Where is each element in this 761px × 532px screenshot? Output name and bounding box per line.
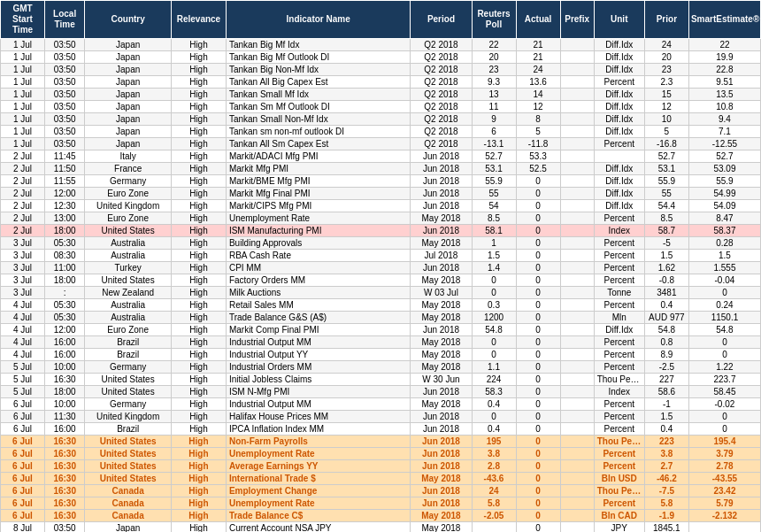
cell-relevance: High bbox=[171, 522, 226, 533]
cell-gmt: 3 Jul bbox=[1, 250, 45, 262]
cell-country: Canada bbox=[85, 485, 172, 497]
cell-period: Jun 2018 bbox=[411, 423, 472, 436]
cell-country: United Kingdom bbox=[85, 411, 172, 423]
cell-smart: 223.7 bbox=[688, 374, 760, 386]
cell-local: 03:50 bbox=[45, 126, 85, 138]
cell-prior: 0.4 bbox=[644, 299, 688, 312]
cell-country: Australia bbox=[85, 237, 172, 250]
cell-unit: Bln CAD bbox=[594, 510, 644, 522]
col-header-local: LocalTime bbox=[45, 1, 85, 39]
cell-relevance: High bbox=[171, 448, 226, 460]
cell-prior: 1.5 bbox=[644, 250, 688, 262]
cell-unit: Diff.Idx bbox=[594, 39, 644, 51]
cell-period: May 2018 bbox=[411, 274, 472, 287]
cell-local: 03:50 bbox=[45, 89, 85, 101]
cell-local: 16:00 bbox=[45, 349, 85, 361]
cell-local: 11:45 bbox=[45, 150, 85, 163]
cell-indicator: CPI MM bbox=[226, 262, 410, 274]
cell-country: Japan bbox=[85, 89, 172, 101]
cell-prior: 52.7 bbox=[644, 150, 688, 163]
cell-unit: Index bbox=[594, 386, 644, 398]
cell-actual: 0 bbox=[516, 250, 560, 262]
cell-relevance: High bbox=[171, 138, 226, 150]
cell-prefix bbox=[560, 64, 594, 76]
cell-prefix bbox=[560, 250, 594, 262]
cell-gmt: 1 Jul bbox=[1, 101, 45, 113]
cell-local: 18:00 bbox=[45, 386, 85, 398]
cell-prefix bbox=[560, 374, 594, 386]
cell-country: Euro Zone bbox=[85, 188, 172, 200]
cell-relevance: High bbox=[171, 39, 226, 51]
cell-local: 08:30 bbox=[45, 250, 85, 262]
cell-gmt: 5 Jul bbox=[1, 386, 45, 398]
table-row: 1 Jul03:50JapanHighTankan Big Mf IdxQ2 2… bbox=[1, 39, 761, 51]
table-row: 2 Jul11:45ItalyHighMarkit/ADACI Mfg PMIJ… bbox=[1, 150, 761, 163]
cell-actual: 52.5 bbox=[516, 163, 560, 175]
cell-period: Jun 2018 bbox=[411, 188, 472, 200]
cell-reuters: 3.8 bbox=[472, 448, 516, 460]
cell-unit: Thou Person bbox=[594, 485, 644, 497]
cell-unit: Diff.Idx bbox=[594, 175, 644, 188]
cell-indicator: Milk Auctions bbox=[226, 287, 410, 299]
cell-prior: 23 bbox=[644, 64, 688, 76]
cell-smart: -0.04 bbox=[688, 274, 760, 287]
cell-unit: Percent bbox=[594, 250, 644, 262]
cell-reuters: 224 bbox=[472, 374, 516, 386]
cell-smart: 0 bbox=[688, 423, 760, 436]
cell-country: Euro Zone bbox=[85, 324, 172, 336]
cell-country: Turkey bbox=[85, 262, 172, 274]
cell-smart: 13.5 bbox=[688, 89, 760, 101]
cell-actual: 0 bbox=[516, 312, 560, 324]
cell-local: 16:00 bbox=[45, 423, 85, 436]
cell-prefix bbox=[560, 150, 594, 163]
cell-indicator: International Trade $ bbox=[226, 473, 410, 485]
cell-local: 11:30 bbox=[45, 411, 85, 423]
cell-prior: 20 bbox=[644, 51, 688, 64]
cell-unit: Percent bbox=[594, 497, 644, 510]
cell-unit: Percent bbox=[594, 299, 644, 312]
cell-smart: 54.09 bbox=[688, 200, 760, 212]
cell-country: Japan bbox=[85, 138, 172, 150]
cell-actual: 0 bbox=[516, 274, 560, 287]
cell-prior: 55 bbox=[644, 188, 688, 200]
cell-prior: AUD 977 bbox=[644, 312, 688, 324]
cell-smart: 0 bbox=[688, 349, 760, 361]
cell-relevance: High bbox=[171, 510, 226, 522]
cell-country: United States bbox=[85, 374, 172, 386]
cell-gmt: 6 Jul bbox=[1, 411, 45, 423]
cell-reuters: 1200 bbox=[472, 312, 516, 324]
cell-period: Jun 2018 bbox=[411, 163, 472, 175]
table-row: 1 Jul03:50JapanHighTankan Small Non-Mf I… bbox=[1, 113, 761, 126]
cell-prefix bbox=[560, 386, 594, 398]
cell-gmt: 6 Jul bbox=[1, 460, 45, 473]
table-row: 1 Jul03:50JapanHighTankan All Big Capex … bbox=[1, 76, 761, 89]
economic-calendar-table: GMT StartTimeLocalTimeCountryRelevanceIn… bbox=[0, 0, 761, 532]
cell-country: Japan bbox=[85, 76, 172, 89]
cell-relevance: High bbox=[171, 200, 226, 212]
cell-prior: 53.1 bbox=[644, 163, 688, 175]
cell-indicator: Unemployment Rate bbox=[226, 497, 410, 510]
cell-smart: 22.8 bbox=[688, 64, 760, 76]
cell-indicator: Unemployment Rate bbox=[226, 448, 410, 460]
cell-prior: 24 bbox=[644, 39, 688, 51]
cell-period: May 2018 bbox=[411, 361, 472, 374]
cell-unit: Percent bbox=[594, 423, 644, 436]
cell-smart: 1150.1 bbox=[688, 312, 760, 324]
cell-indicator: Markit Mfg Final PMI bbox=[226, 188, 410, 200]
cell-gmt: 6 Jul bbox=[1, 398, 45, 411]
cell-smart: 53.09 bbox=[688, 163, 760, 175]
cell-country: United States bbox=[85, 460, 172, 473]
cell-gmt: 3 Jul bbox=[1, 287, 45, 299]
cell-reuters: 0.4 bbox=[472, 423, 516, 436]
cell-reuters: 0 bbox=[472, 349, 516, 361]
table-row: 1 Jul03:50JapanHighTankan Big Mf Outlook… bbox=[1, 51, 761, 64]
cell-smart: 58.37 bbox=[688, 225, 760, 237]
cell-actual: 0 bbox=[516, 386, 560, 398]
cell-unit: Percent bbox=[594, 274, 644, 287]
cell-local: 16:30 bbox=[45, 436, 85, 448]
cell-period: Q2 2018 bbox=[411, 138, 472, 150]
cell-actual: 0 bbox=[516, 188, 560, 200]
cell-smart: -2.132 bbox=[688, 510, 760, 522]
cell-reuters: 0 bbox=[472, 274, 516, 287]
cell-reuters: 55 bbox=[472, 188, 516, 200]
